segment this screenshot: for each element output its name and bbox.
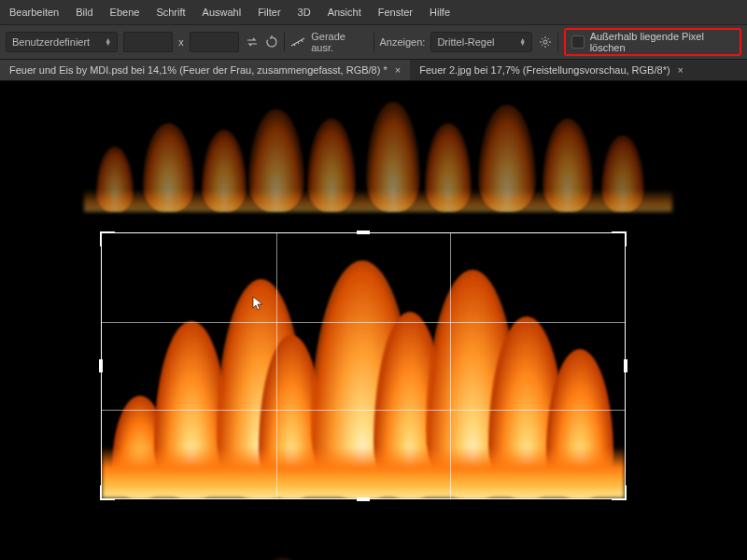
document-tab-1[interactable]: Feuer und Eis by MDI.psd bei 14,1% (Feue… — [0, 60, 410, 80]
crop-grid-line — [450, 233, 451, 498]
crop-handle-tl[interactable] — [100, 231, 115, 246]
document-tab-2[interactable]: Feuer 2.jpg bei 17,7% (Freistellungsvors… — [410, 60, 693, 80]
background-fire-image — [84, 91, 672, 212]
select-arrows-icon: ▲▼ — [519, 38, 526, 46]
menu-ebene[interactable]: Ebene — [110, 7, 140, 18]
crop-handle-bl[interactable] — [100, 485, 115, 500]
crop-preset-value: Benutzerdefiniert — [12, 36, 90, 48]
menu-ansicht[interactable]: Ansicht — [328, 7, 361, 18]
straighten-icon[interactable] — [290, 35, 305, 49]
crop-handle-tr[interactable] — [612, 231, 627, 246]
cursor-icon — [252, 296, 263, 311]
close-icon[interactable]: × — [395, 64, 401, 76]
crop-grid-line — [276, 233, 277, 498]
menu-bild[interactable]: Bild — [76, 7, 92, 18]
crop-handle-top[interactable] — [357, 231, 370, 234]
crop-grid-line — [102, 410, 625, 411]
background-fire-bottom — [182, 548, 425, 560]
overlay-view-value: Drittel-Regel — [437, 36, 494, 48]
menu-3d[interactable]: 3D — [298, 7, 311, 18]
document-tabs: Feuer und Eis by MDI.psd bei 14,1% (Feue… — [0, 60, 747, 81]
reset-icon[interactable] — [264, 35, 278, 49]
straighten-label[interactable]: Gerade ausr. — [311, 31, 367, 53]
overlay-view-select[interactable]: Drittel-Regel ▲▼ — [430, 32, 532, 52]
delete-cropped-pixels-label: Außerhalb liegende Pixel löschen — [590, 31, 734, 53]
close-icon[interactable]: × — [678, 64, 684, 76]
document-tab-label: Feuer und Eis by MDI.psd bei 14,1% (Feue… — [9, 64, 388, 76]
tool-options-bar: Benutzerdefiniert ▲▼ x Gerade ausr. Anze… — [0, 24, 747, 60]
swap-icon[interactable] — [245, 35, 259, 49]
menu-bearbeiten[interactable]: Bearbeiten — [9, 7, 59, 18]
crop-handle-br[interactable] — [612, 485, 627, 500]
menu-bar: Bearbeiten Bild Ebene Schrift Auswahl Fi… — [0, 0, 747, 24]
menu-fenster[interactable]: Fenster — [378, 7, 413, 18]
crop-handle-bottom[interactable] — [357, 497, 370, 501]
menu-schrift[interactable]: Schrift — [156, 7, 185, 18]
delete-cropped-pixels-checkbox[interactable] — [571, 35, 584, 49]
select-arrows-icon: ▲▼ — [105, 38, 111, 46]
view-label: Anzeigen: — [379, 36, 425, 48]
menu-hilfe[interactable]: Hilfe — [430, 7, 450, 18]
canvas-area[interactable] — [0, 81, 747, 560]
crop-handle-left[interactable] — [99, 359, 103, 372]
crop-handle-right[interactable] — [624, 359, 627, 372]
crop-grid-line — [102, 322, 625, 323]
dimension-separator: x — [178, 36, 184, 48]
menu-filter[interactable]: Filter — [258, 7, 280, 18]
gear-icon[interactable] — [538, 35, 552, 49]
crop-region[interactable] — [101, 232, 626, 499]
document-tab-label: Feuer 2.jpg bei 17,7% (Freistellungsvors… — [419, 64, 669, 76]
crop-width-input[interactable] — [123, 32, 173, 52]
delete-cropped-pixels-option: Außerhalb liegende Pixel löschen — [564, 28, 741, 56]
crop-preset-select[interactable]: Benutzerdefiniert ▲▼ — [6, 32, 118, 52]
svg-point-0 — [543, 40, 547, 44]
crop-height-input[interactable] — [190, 32, 239, 52]
menu-auswahl[interactable]: Auswahl — [203, 7, 242, 18]
crop-fire-image — [102, 233, 625, 498]
